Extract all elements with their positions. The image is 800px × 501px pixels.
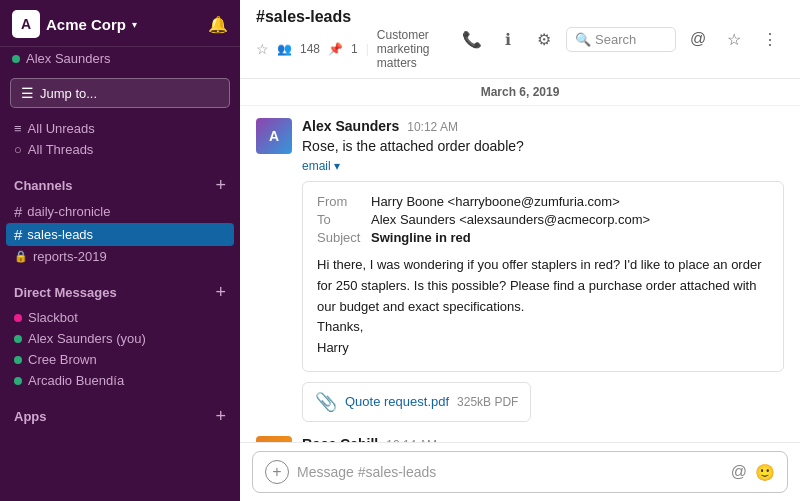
search-box[interactable]: 🔍 🔍 Search [566,27,676,52]
date-label: March 6, 2019 [481,85,560,99]
user-status-dot [12,55,20,63]
attachment-icon: 📎 [315,391,337,413]
channel-meta: ☆ 👥 148 📌 1 | Customer marketing matters [256,28,450,70]
dm-section-title: Direct Messages [14,285,117,300]
add-channel-icon[interactable]: + [215,176,226,194]
message-meta: Alex Saunders 10:12 AM [302,118,784,134]
subject-value: Swingline in red [371,230,471,245]
hash-icon-active: # [14,226,22,243]
add-app-icon[interactable]: + [215,407,226,425]
unreads-icon: ≡ [14,121,22,136]
username-label: Alex Saunders [26,51,111,66]
msg-sender: Alex Saunders [302,118,399,134]
at-icon[interactable]: @ [684,25,712,53]
sidebar-item-all-unreads[interactable]: ≡ All Unreads [0,118,240,139]
search-icon: 🔍 [575,32,591,47]
apps-section-header: Apps + [0,393,240,429]
bookmark-icon[interactable]: ☆ [720,25,748,53]
phone-icon[interactable]: 📞 [458,25,486,53]
channel-item-reports-2019[interactable]: 🔒 reports-2019 [0,246,240,267]
pinned-count: 1 [351,42,358,56]
email-from-row: From Harry Boone <harryboone@zumfuria.co… [317,194,769,209]
threads-label: All Threads [28,142,94,157]
message-input-box: + Message #sales-leads @ 🙂 [252,451,788,493]
info-icon[interactable]: ℹ [494,25,522,53]
star-icon[interactable]: ☆ [256,41,269,57]
channel-item-sales-leads[interactable]: # sales-leads [6,223,234,246]
at-message-icon[interactable]: @ [731,463,747,482]
hash-icon: # [14,203,22,220]
attachment-name: Quote request.pdf [345,394,449,409]
dm-item-alex[interactable]: Alex Saunders (you) [0,328,240,349]
email-subject-row: Subject Swingline in red [317,230,769,245]
subject-label: Subject [317,230,365,245]
email-toggle[interactable]: email ▾ [302,159,340,173]
main-panel: #sales-leads ☆ 👥 148 📌 1 | Customer mark… [240,0,800,501]
date-bar: March 6, 2019 [240,79,800,106]
channels-list: # daily-chronicle # sales-leads 🔒 report… [0,198,240,269]
from-value: Harry Boone <harryboone@zumfuria.com> [371,194,620,209]
dm-item-cree[interactable]: Cree Brown [0,349,240,370]
channels-section-header: Channels + [0,162,240,198]
dm-name-arcadio: Arcadio Buendía [28,373,124,388]
emoji-icon[interactable]: 🙂 [755,463,775,482]
user-status-row: Alex Saunders [0,47,240,74]
workspace-name-area[interactable]: A Acme Corp ▾ [12,10,137,38]
header-actions: 📞 ℹ ⚙ 🔍 🔍 Search @ ☆ ⋮ [458,25,784,53]
channels-section-title: Channels [14,178,73,193]
workspace-chevron-icon: ▾ [132,19,137,30]
dm-list: Slackbot Alex Saunders (you) Cree Brown … [0,305,240,393]
notification-bell-icon[interactable]: 🔔 [208,15,228,34]
messages-list: A Alex Saunders 10:12 AM Rose, is the at… [240,106,800,442]
sidebar-item-all-threads[interactable]: ○ All Threads [0,139,240,160]
attach-button[interactable]: + [265,460,289,484]
jump-to-icon: ☰ [21,85,34,101]
channel-name-sales: sales-leads [27,227,93,242]
channel-description: Customer marketing matters [377,28,450,70]
workspace-initial: A [21,16,31,32]
cree-status-dot [14,356,22,364]
attachment[interactable]: 📎 Quote request.pdf 325kB PDF [302,382,531,422]
more-icon[interactable]: ⋮ [756,25,784,53]
dm-item-arcadio[interactable]: Arcadio Buendía [0,370,240,391]
channel-name-daily: daily-chronicle [27,204,110,219]
sidebar: A Acme Corp ▾ 🔔 Alex Saunders ☰ Jump to.… [0,0,240,501]
msg-text: Rose, is the attached order doable? [302,136,784,157]
message-input-area: + Message #sales-leads @ 🙂 [240,442,800,501]
email-to-row: To Alex Saunders <alexsaunders@acmecorp.… [317,212,769,227]
dm-item-slackbot[interactable]: Slackbot [0,307,240,328]
jump-to-button[interactable]: ☰ Jump to... [10,78,230,108]
sidebar-header: A Acme Corp ▾ 🔔 [0,0,240,47]
nav-section: ≡ All Unreads ○ All Threads [0,116,240,162]
slackbot-status-dot [14,314,22,322]
pin-icon: 📌 [328,42,343,56]
channel-item-daily-chronicle[interactable]: # daily-chronicle [0,200,240,223]
members-count: 148 [300,42,320,56]
dm-name-slackbot: Slackbot [28,310,78,325]
avatar: A [256,118,292,154]
settings-icon[interactable]: ⚙ [530,25,558,53]
dm-section-header: Direct Messages + [0,269,240,305]
message-content: Alex Saunders 10:12 AM Rose, is the atta… [302,118,784,422]
workspace-avatar: A [12,10,40,38]
jump-to-label: Jump to... [40,86,97,101]
from-label: From [317,194,365,209]
channel-header: #sales-leads ☆ 👥 148 📌 1 | Customer mark… [240,0,800,79]
alex-status-dot [14,335,22,343]
apps-section-title: Apps [14,409,47,424]
to-label: To [317,212,365,227]
workspace-name: Acme Corp [46,16,126,33]
input-right-icons: @ 🙂 [731,463,775,482]
message-input[interactable]: Message #sales-leads [297,464,723,480]
to-value: Alex Saunders <alexsaunders@acmecorp.com… [371,212,650,227]
message-row: A Alex Saunders 10:12 AM Rose, is the at… [256,118,784,422]
msg-time: 10:12 AM [407,120,458,134]
email-toggle-label: email ▾ [302,159,340,173]
avatar-initial: A [269,128,279,144]
channel-name-reports: reports-2019 [33,249,107,264]
channel-title-area: #sales-leads ☆ 👥 148 📌 1 | Customer mark… [256,8,450,70]
dm-name-alex: Alex Saunders (you) [28,331,146,346]
members-icon: 👥 [277,42,292,56]
meta-separator: | [366,42,369,56]
add-dm-icon[interactable]: + [215,283,226,301]
